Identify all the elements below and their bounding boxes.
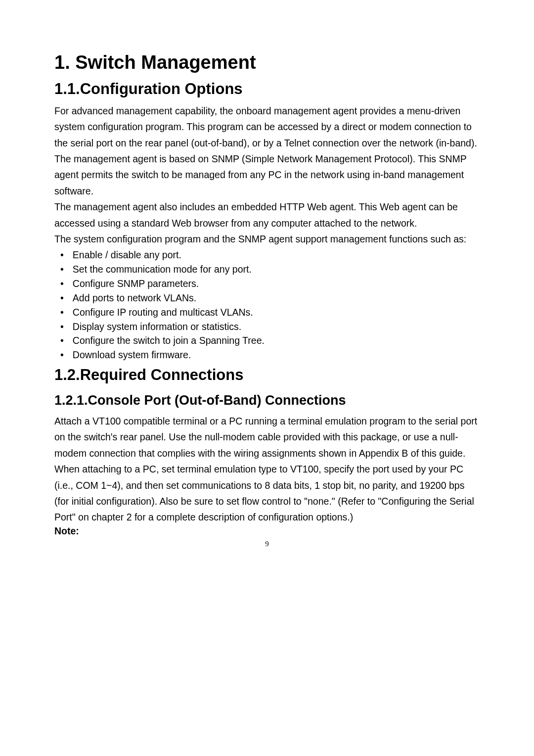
note-label: Note: — [54, 525, 480, 537]
paragraph-intro-4: The system configuration program and the… — [54, 231, 480, 247]
heading-1: 1. Switch Management — [54, 52, 480, 73]
bullet-icon: • — [60, 348, 64, 362]
paragraph-console-1: Attach a VT100 compatible terminal or a … — [54, 413, 480, 461]
page-number: 9 — [54, 540, 480, 548]
heading-2-required-connections: 1.2.Required Connections — [54, 366, 480, 384]
bullet-icon: • — [60, 262, 64, 277]
bullet-icon: • — [60, 333, 64, 348]
list-item: •Configure SNMP parameters. — [60, 277, 480, 291]
list-item-text: Add ports to network VLANs. — [73, 291, 196, 305]
paragraph-console-2: When attaching to a PC, set terminal emu… — [54, 461, 480, 525]
paragraph-intro-2: The management agent is based on SNMP (S… — [54, 151, 480, 199]
list-item-text: Configure SNMP parameters. — [73, 277, 199, 291]
list-item-text: Set the communication mode for any port. — [73, 262, 252, 277]
list-item: •Set the communication mode for any port… — [60, 262, 480, 277]
list-item: •Add ports to network VLANs. — [60, 291, 480, 305]
bullet-icon: • — [60, 248, 64, 262]
bullet-icon: • — [60, 277, 64, 291]
list-item: •Download system firmware. — [60, 348, 480, 362]
list-item: •Configure the switch to join a Spanning… — [60, 333, 480, 348]
list-item: •Enable / disable any port. — [60, 248, 480, 262]
list-item-text: Configure the switch to join a Spanning … — [73, 333, 265, 348]
list-item: •Display system information or statistic… — [60, 320, 480, 334]
heading-3-console-port: 1.2.1.Console Port (Out-of-Band) Connect… — [54, 393, 480, 408]
paragraph-intro-1: For advanced management capability, the … — [54, 103, 480, 151]
feature-list: •Enable / disable any port. •Set the com… — [54, 248, 480, 362]
paragraph-intro-3: The management agent also includes an em… — [54, 199, 480, 231]
bullet-icon: • — [60, 320, 64, 334]
heading-2-configuration-options: 1.1.Configuration Options — [54, 80, 480, 98]
list-item: •Configure IP routing and multicast VLAN… — [60, 305, 480, 320]
bullet-icon: • — [60, 291, 64, 305]
list-item-text: Configure IP routing and multicast VLANs… — [73, 305, 253, 320]
bullet-icon: • — [60, 305, 64, 320]
list-item-text: Display system information or statistics… — [73, 320, 241, 334]
list-item-text: Download system firmware. — [73, 348, 191, 362]
list-item-text: Enable / disable any port. — [73, 248, 181, 262]
